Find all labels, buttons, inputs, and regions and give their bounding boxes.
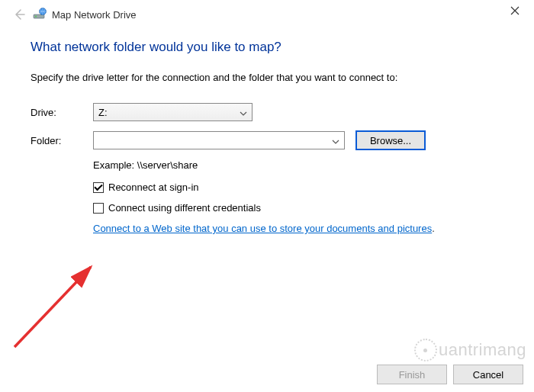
drive-row: Drive: Z: [31,103,503,121]
reconnect-label: Reconnect at sign-in [108,182,199,193]
finish-label: Finish [399,369,426,381]
close-button[interactable] [503,3,526,18]
svg-point-1 [35,16,37,18]
chevron-down-icon [240,107,247,118]
folder-combobox[interactable] [93,131,345,149]
cancel-label: Cancel [473,369,503,381]
drive-value: Z: [98,107,108,118]
folder-label: Folder: [31,135,93,146]
reconnect-checkbox[interactable] [93,182,104,193]
drive-select[interactable]: Z: [93,103,253,121]
browse-label: Browse... [370,135,411,146]
watermark-text: uantrimang [439,340,526,360]
drive-label: Drive: [31,107,93,118]
instruction-text: Specify the drive letter for the connect… [31,72,503,83]
content-area: What network folder would you like to ma… [0,26,534,234]
browse-button[interactable]: Browse... [355,130,426,150]
connect-website-link[interactable]: Connect to a Web site that you can use t… [93,223,432,234]
example-text: Example: \\server\share [93,159,503,171]
credentials-option[interactable]: Connect using different credentials [93,202,503,214]
footer-buttons: Finish Cancel [377,365,523,384]
network-drive-icon [32,7,47,22]
connect-website-row: Connect to a Web site that you can use t… [93,223,503,234]
titlebar: Map Network Drive [0,0,534,26]
cancel-button[interactable]: Cancel [453,365,523,384]
finish-button: Finish [377,365,447,384]
credentials-checkbox[interactable] [93,203,104,214]
watermark-logo-icon [414,339,437,361]
link-period: . [432,223,435,234]
watermark: uantrimang [414,339,526,361]
credentials-label: Connect using different credentials [108,202,261,214]
annotation-arrow-icon [3,244,117,351]
reconnect-option[interactable]: Reconnect at sign-in [93,182,503,193]
chevron-down-icon [332,135,339,146]
back-arrow-icon[interactable] [11,6,27,23]
folder-row: Folder: Browse... [31,130,503,150]
page-heading: What network folder would you like to ma… [31,40,503,55]
window-title: Map Network Drive [52,9,137,21]
svg-line-3 [14,267,91,347]
